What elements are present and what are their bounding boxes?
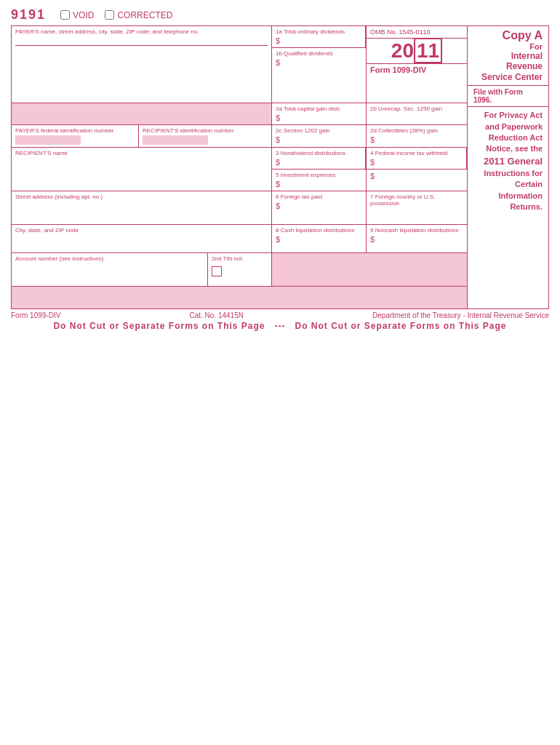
field-2a-dollar: $ (276, 113, 362, 122)
form-name: Form 1099-DIV (370, 65, 426, 74)
account-number-cell: Account number (see instructions) (12, 253, 208, 286)
row-recipient-3-4: RECIPIENT'S name 3 Nondividend distribut… (12, 148, 467, 191)
field-2b-label: 2b Unrecap. Sec. 1250 gain (370, 105, 463, 112)
file-with-block: File with Form 1096. (468, 86, 548, 107)
field-1b-dollar: $ (276, 58, 362, 67)
field-5-cell: 5 Investment expenses $ (272, 170, 366, 191)
row-street-6-7: Street address (including apt. no.) 6 Fo… (12, 191, 467, 225)
field-3-4-column: 3 Nondividend distributions $ 5 Investme… (272, 148, 367, 191)
row2-spacer (12, 103, 272, 124)
tin-label: 2nd TIN not. (212, 255, 244, 262)
corrected-checkbox[interactable] (105, 10, 114, 20)
payer-id-label: PAYER'S federal identification number (15, 127, 135, 134)
field-6-cell: 6 Foreign tax paid $ (272, 191, 367, 224)
field-9-label: 9 Noncash liquidation distributions (370, 227, 463, 234)
privacy-line3: Reduction Act (473, 132, 543, 143)
payer-id-input[interactable] (15, 135, 81, 145)
recipient-id-input[interactable] (143, 135, 208, 145)
field-7-cell: 7 Foreign country or U.S. possession (367, 191, 467, 224)
payer-id-cell: PAYER'S federal identification number (12, 125, 139, 147)
form-left-column: PAYER'S name, street address, city, stat… (12, 26, 468, 308)
footer-dept: Department of the Treasury - Internal Re… (372, 311, 549, 319)
field-8-dollar: $ (276, 235, 362, 244)
corrected-checkbox-item[interactable]: CORRECTED (105, 10, 172, 20)
omb-year-row: OMB No. 1545-0110 (367, 26, 467, 39)
year-20: 20 (391, 39, 414, 62)
recipient-id-label: RECIPIENT'S identification number (143, 127, 268, 134)
field-2a-label: 2a Total capital gain distr. (276, 105, 362, 112)
field-1b-cell: 1b Qualified dividends $ (272, 48, 366, 69)
row-ids-2c-2d: PAYER'S federal identification number RE… (12, 125, 467, 148)
instructions-for: Instructions for (473, 168, 543, 179)
field-2c-cell: 2c Section 1202 gain $ (272, 125, 367, 147)
field-2a-cell: 2a Total capital gain distr. $ (272, 103, 367, 124)
copy-a-irs2: Service Center (473, 72, 543, 82)
certain: Certain (473, 179, 543, 190)
row-account-tin: Account number (see instructions) 2nd TI… (12, 253, 467, 287)
omb-number: OMB No. 1545-0110 (370, 28, 431, 36)
privacy-block: For Privacy Act and Paperwork Reduction … (468, 107, 548, 308)
field-3-cell: 3 Nondividend distributions $ (272, 148, 366, 170)
privacy-line1: For Privacy Act (473, 110, 543, 121)
copy-a-block: Copy A For Internal Revenue Service Cent… (468, 26, 548, 86)
field-2d-dollar: $ (370, 135, 463, 144)
payer-info-cell: PAYER'S name, street address, city, stat… (12, 26, 272, 103)
do-not-cut-text1: Do Not Cut or Separate Forms on This Pag… (53, 321, 265, 331)
recipient-name-cell: RECIPIENT'S name (12, 148, 272, 191)
file-with-text: File with Form 1096. (473, 88, 523, 104)
street-address-cell: Street address (including apt. no.) (12, 191, 272, 224)
field-4-5-column: 4 Federal income tax withheld $ $ (367, 148, 467, 191)
omb-year-column: OMB No. 1545-0110 2011 Form 1099-DIV (367, 26, 467, 103)
year-row: 2011 (367, 39, 467, 64)
void-checkbox-item[interactable]: VOID (60, 10, 94, 20)
field-2c-label: 2c Section 1202 gain (276, 127, 362, 134)
field-6-dollar: $ (276, 202, 362, 210)
information: Information (473, 191, 543, 202)
street-address-label: Street address (including apt. no.) (15, 194, 268, 200)
recipient-id-cell: RECIPIENT'S identification number (139, 125, 272, 147)
do-not-cut-banner: Do Not Cut or Separate Forms on This Pag… (11, 321, 549, 331)
privacy-line2: and Paperwork (473, 121, 543, 132)
row-payer: PAYER'S name, street address, city, stat… (12, 26, 467, 103)
payer-name-input[interactable] (15, 38, 268, 46)
field-4-dollar: $ (370, 158, 463, 167)
field-3-label: 3 Nondividend distributions (276, 150, 361, 156)
copy-a-label: Copy A (473, 29, 543, 42)
field-2c-dollar: $ (276, 135, 362, 144)
field-4-cell: 4 Federal income tax withheld $ (367, 148, 467, 170)
field-5-dollar: $ (276, 180, 362, 188)
form-name-row: Form 1099-DIV (367, 64, 467, 76)
city-state-zip-cell: City, state, and ZIP code (12, 225, 272, 252)
field-7-label: 7 Foreign country or U.S. possession (370, 194, 463, 207)
field-3-dollar: $ (276, 158, 361, 167)
corrected-label: CORRECTED (117, 10, 172, 20)
copy-a-irs1: Internal Revenue (473, 51, 543, 72)
field-1a-label: 1a Total ordinary dividends (276, 28, 361, 35)
returns: Returns. (473, 202, 543, 212)
row-2a-2b: 2a Total capital gain distr. $ 2b Unreca… (12, 103, 467, 125)
footer-form: Form 1099-DIV (11, 311, 60, 319)
field-8-label: 8 Cash liquidation distributions (276, 227, 362, 234)
field-1a-cell: 1a Total ordinary dividends $ (272, 26, 366, 48)
checkbox-group: VOID CORRECTED (60, 10, 172, 20)
form-footer: Form 1099-DIV Cat. No. 14415N Department… (11, 311, 549, 319)
form-header: 9191 VOID CORRECTED (11, 7, 549, 23)
account-number-label: Account number (see instructions) (15, 255, 204, 262)
general-instructions: 2011 General (473, 155, 543, 168)
year-display: 2011 (391, 41, 442, 61)
field-5-label: 5 Investment expenses (276, 172, 362, 178)
void-checkbox[interactable] (60, 10, 70, 20)
form-wrapper: PAYER'S name, street address, city, stat… (11, 25, 549, 309)
tin-checkbox-box[interactable] (212, 266, 222, 276)
pink-bottom-row (12, 287, 467, 308)
field-9-cell: 9 Noncash liquidation distributions $ (367, 225, 467, 252)
account-right-cell (272, 253, 467, 286)
field-1a-1b-column: 1a Total ordinary dividends $ 1b Qualifi… (272, 26, 367, 103)
field-2d-label: 2d Collectibles (28%) gain (370, 127, 463, 134)
field-2b-cell: 2b Unrecap. Sec. 1250 gain (367, 103, 467, 124)
privacy-line4: Notice, see the (473, 143, 543, 154)
recipient-name-label: RECIPIENT'S name (15, 150, 268, 156)
field-8-cell: 8 Cash liquidation distributions $ (272, 225, 367, 252)
form-number: 9191 (11, 7, 46, 23)
right-column: Copy A For Internal Revenue Service Cent… (468, 26, 548, 308)
